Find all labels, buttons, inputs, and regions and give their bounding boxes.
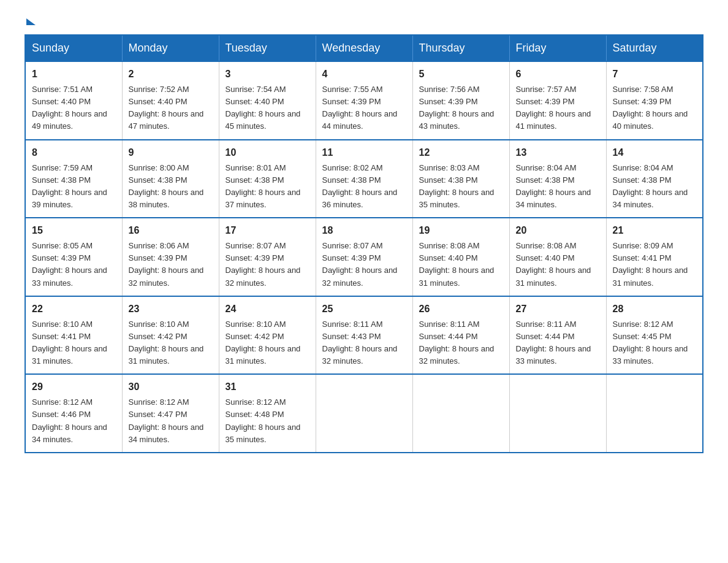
day-number: 16 <box>129 223 213 238</box>
weekday-header-row: SundayMondayTuesdayWednesdayThursdayFrid… <box>25 35 703 61</box>
day-info: Sunrise: 8:05 AMSunset: 4:39 PMDaylight:… <box>32 240 116 289</box>
calendar-cell: 10Sunrise: 8:01 AMSunset: 4:38 PMDayligh… <box>219 140 316 218</box>
day-info: Sunrise: 8:11 AMSunset: 4:44 PMDaylight:… <box>419 318 503 368</box>
page-header <box>25 18 703 22</box>
day-info: Sunrise: 7:56 AMSunset: 4:39 PMDaylight:… <box>419 83 503 133</box>
day-number: 4 <box>322 67 406 82</box>
logo <box>25 18 36 22</box>
day-info: Sunrise: 8:12 AMSunset: 4:48 PMDaylight:… <box>226 396 309 446</box>
calendar-cell: 17Sunrise: 8:07 AMSunset: 4:39 PMDayligh… <box>219 218 316 296</box>
day-number: 3 <box>226 67 309 82</box>
day-number: 19 <box>419 223 503 238</box>
logo-arrow-icon <box>26 18 36 25</box>
day-info: Sunrise: 8:12 AMSunset: 4:46 PMDaylight:… <box>32 396 116 446</box>
day-number: 21 <box>613 223 697 238</box>
calendar-header: SundayMondayTuesdayWednesdayThursdayFrid… <box>25 35 703 61</box>
day-info: Sunrise: 8:11 AMSunset: 4:43 PMDaylight:… <box>322 318 406 368</box>
calendar-cell: 31Sunrise: 8:12 AMSunset: 4:48 PMDayligh… <box>219 374 316 453</box>
calendar-cell: 4Sunrise: 7:55 AMSunset: 4:39 PMDaylight… <box>316 61 412 140</box>
day-number: 15 <box>32 223 116 238</box>
calendar-cell: 20Sunrise: 8:08 AMSunset: 4:40 PMDayligh… <box>509 218 606 296</box>
weekday-header-sunday: Sunday <box>25 35 122 61</box>
calendar-cell: 1Sunrise: 7:51 AMSunset: 4:40 PMDaylight… <box>25 61 122 140</box>
day-number: 24 <box>226 302 309 316</box>
calendar-cell: 9Sunrise: 8:00 AMSunset: 4:38 PMDaylight… <box>122 140 219 218</box>
calendar-cell <box>509 374 606 453</box>
weekday-header-wednesday: Wednesday <box>316 35 412 61</box>
day-info: Sunrise: 8:03 AMSunset: 4:38 PMDaylight:… <box>419 162 503 212</box>
day-number: 10 <box>226 145 309 160</box>
day-info: Sunrise: 7:57 AMSunset: 4:39 PMDaylight:… <box>516 83 600 133</box>
day-info: Sunrise: 7:51 AMSunset: 4:40 PMDaylight:… <box>32 83 116 133</box>
day-number: 27 <box>516 302 600 316</box>
calendar-cell: 27Sunrise: 8:11 AMSunset: 4:44 PMDayligh… <box>509 296 606 375</box>
day-number: 9 <box>129 145 213 160</box>
day-info: Sunrise: 7:54 AMSunset: 4:40 PMDaylight:… <box>226 83 309 133</box>
calendar-cell: 13Sunrise: 8:04 AMSunset: 4:38 PMDayligh… <box>509 140 606 218</box>
day-info: Sunrise: 8:08 AMSunset: 4:40 PMDaylight:… <box>516 240 600 289</box>
day-number: 23 <box>129 302 213 316</box>
calendar-cell: 3Sunrise: 7:54 AMSunset: 4:40 PMDaylight… <box>219 61 316 140</box>
day-info: Sunrise: 8:12 AMSunset: 4:45 PMDaylight:… <box>613 318 697 368</box>
day-number: 30 <box>129 380 213 394</box>
calendar-week-row: 29Sunrise: 8:12 AMSunset: 4:46 PMDayligh… <box>25 374 703 453</box>
calendar-cell: 6Sunrise: 7:57 AMSunset: 4:39 PMDaylight… <box>509 61 606 140</box>
calendar-cell: 21Sunrise: 8:09 AMSunset: 4:41 PMDayligh… <box>606 218 703 296</box>
day-info: Sunrise: 8:06 AMSunset: 4:39 PMDaylight:… <box>129 240 213 289</box>
day-number: 1 <box>32 67 116 82</box>
weekday-header-friday: Friday <box>509 35 606 61</box>
day-number: 22 <box>32 302 116 316</box>
day-number: 20 <box>516 223 600 238</box>
day-info: Sunrise: 8:08 AMSunset: 4:40 PMDaylight:… <box>419 240 503 289</box>
day-info: Sunrise: 8:12 AMSunset: 4:47 PMDaylight:… <box>129 396 213 446</box>
day-number: 13 <box>516 145 600 160</box>
day-number: 7 <box>613 67 697 82</box>
calendar-cell: 24Sunrise: 8:10 AMSunset: 4:42 PMDayligh… <box>219 296 316 375</box>
calendar-week-row: 1Sunrise: 7:51 AMSunset: 4:40 PMDaylight… <box>25 61 703 140</box>
day-info: Sunrise: 8:00 AMSunset: 4:38 PMDaylight:… <box>129 162 213 212</box>
calendar-cell: 7Sunrise: 7:58 AMSunset: 4:39 PMDaylight… <box>606 61 703 140</box>
weekday-header-tuesday: Tuesday <box>219 35 316 61</box>
day-info: Sunrise: 8:09 AMSunset: 4:41 PMDaylight:… <box>613 240 697 289</box>
calendar-cell: 28Sunrise: 8:12 AMSunset: 4:45 PMDayligh… <box>606 296 703 375</box>
day-info: Sunrise: 7:58 AMSunset: 4:39 PMDaylight:… <box>613 83 697 133</box>
calendar-cell: 18Sunrise: 8:07 AMSunset: 4:39 PMDayligh… <box>316 218 412 296</box>
calendar-week-row: 22Sunrise: 8:10 AMSunset: 4:41 PMDayligh… <box>25 296 703 375</box>
day-info: Sunrise: 8:10 AMSunset: 4:42 PMDaylight:… <box>129 318 213 368</box>
day-number: 8 <box>32 145 116 160</box>
day-info: Sunrise: 8:04 AMSunset: 4:38 PMDaylight:… <box>516 162 600 212</box>
day-number: 18 <box>322 223 406 238</box>
calendar-cell: 29Sunrise: 8:12 AMSunset: 4:46 PMDayligh… <box>25 374 122 453</box>
calendar-cell: 26Sunrise: 8:11 AMSunset: 4:44 PMDayligh… <box>412 296 509 375</box>
calendar-cell: 25Sunrise: 8:11 AMSunset: 4:43 PMDayligh… <box>316 296 412 375</box>
day-info: Sunrise: 8:11 AMSunset: 4:44 PMDaylight:… <box>516 318 600 368</box>
calendar-cell: 23Sunrise: 8:10 AMSunset: 4:42 PMDayligh… <box>122 296 219 375</box>
day-number: 31 <box>226 380 309 394</box>
calendar-cell: 30Sunrise: 8:12 AMSunset: 4:47 PMDayligh… <box>122 374 219 453</box>
day-info: Sunrise: 8:07 AMSunset: 4:39 PMDaylight:… <box>226 240 309 289</box>
day-number: 5 <box>419 67 503 82</box>
day-number: 14 <box>613 145 697 160</box>
day-info: Sunrise: 7:55 AMSunset: 4:39 PMDaylight:… <box>322 83 406 133</box>
calendar-body: 1Sunrise: 7:51 AMSunset: 4:40 PMDaylight… <box>25 61 703 453</box>
calendar-cell: 14Sunrise: 8:04 AMSunset: 4:38 PMDayligh… <box>606 140 703 218</box>
day-number: 17 <box>226 223 309 238</box>
calendar-cell <box>412 374 509 453</box>
calendar-cell: 2Sunrise: 7:52 AMSunset: 4:40 PMDaylight… <box>122 61 219 140</box>
day-info: Sunrise: 8:01 AMSunset: 4:38 PMDaylight:… <box>226 162 309 212</box>
day-number: 11 <box>322 145 406 160</box>
day-info: Sunrise: 7:52 AMSunset: 4:40 PMDaylight:… <box>129 83 213 133</box>
day-info: Sunrise: 8:07 AMSunset: 4:39 PMDaylight:… <box>322 240 406 289</box>
calendar-cell: 12Sunrise: 8:03 AMSunset: 4:38 PMDayligh… <box>412 140 509 218</box>
calendar-cell: 19Sunrise: 8:08 AMSunset: 4:40 PMDayligh… <box>412 218 509 296</box>
day-info: Sunrise: 7:59 AMSunset: 4:38 PMDaylight:… <box>32 162 116 212</box>
calendar-cell: 15Sunrise: 8:05 AMSunset: 4:39 PMDayligh… <box>25 218 122 296</box>
calendar-week-row: 15Sunrise: 8:05 AMSunset: 4:39 PMDayligh… <box>25 218 703 296</box>
calendar-cell: 16Sunrise: 8:06 AMSunset: 4:39 PMDayligh… <box>122 218 219 296</box>
weekday-header-thursday: Thursday <box>412 35 509 61</box>
calendar-cell <box>316 374 412 453</box>
day-info: Sunrise: 8:04 AMSunset: 4:38 PMDaylight:… <box>613 162 697 212</box>
day-number: 26 <box>419 302 503 316</box>
day-number: 29 <box>32 380 116 394</box>
calendar-cell <box>606 374 703 453</box>
